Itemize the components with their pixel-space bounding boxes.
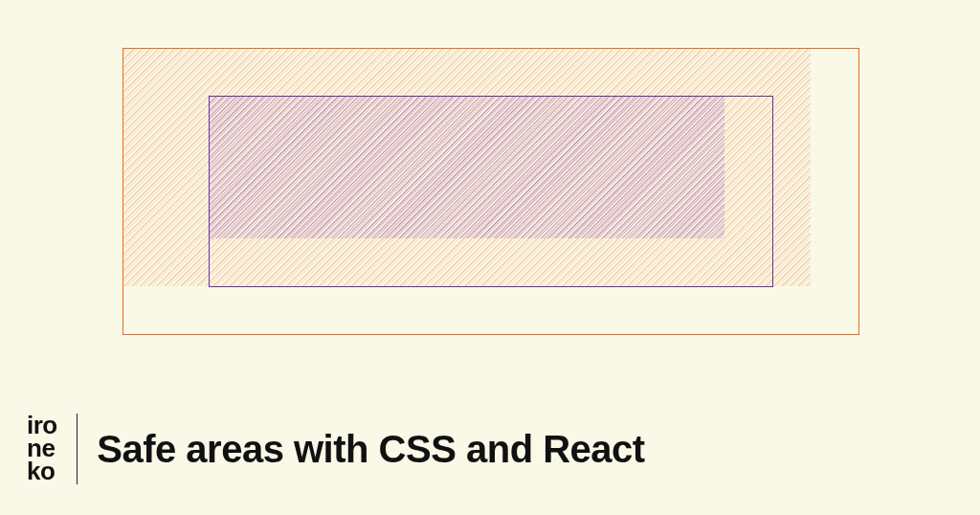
vertical-divider xyxy=(77,414,78,484)
safe-area-illustration xyxy=(122,48,859,335)
inner-rectangle xyxy=(209,96,773,287)
page-title: Safe areas with CSS and React xyxy=(97,428,644,471)
logo-ironeko: iro ne ko xyxy=(27,414,57,483)
svg-rect-5 xyxy=(209,96,724,238)
logo-line-3: ko xyxy=(27,460,57,483)
inner-hatch xyxy=(209,96,724,238)
footer: iro ne ko Safe areas with CSS and React xyxy=(27,414,645,484)
